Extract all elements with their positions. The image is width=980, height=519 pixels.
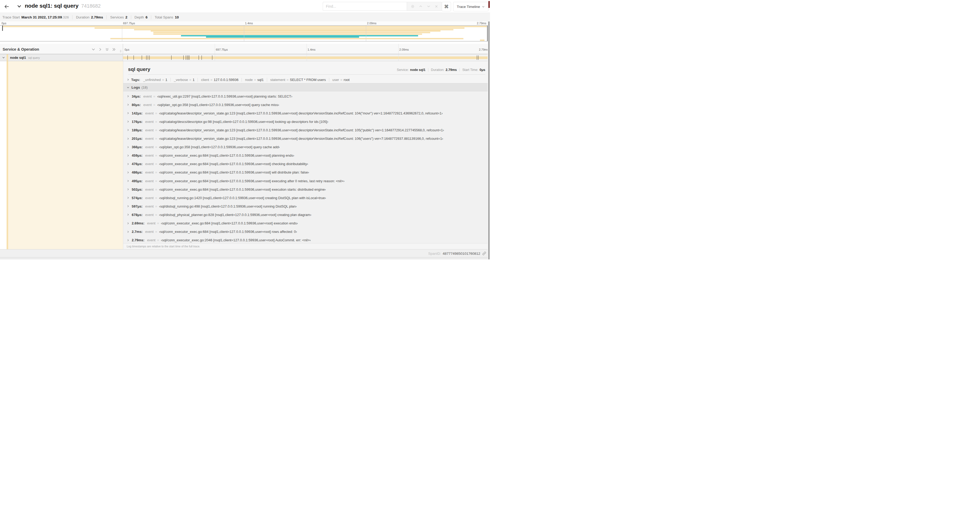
logs-footer-note: Log timestamps are relative to the start…	[127, 245, 200, 248]
grid-line	[307, 54, 307, 61]
trace-view-selector[interactable]: Trace Timeline	[453, 2, 488, 11]
chevron-down-icon[interactable]	[2, 56, 5, 59]
log-row[interactable]: 2.7ms:event=‹sql/conn_executor_exec.go:6…	[127, 229, 485, 235]
minimap-left-drag-handle[interactable]	[2, 26, 3, 31]
next-match-icon[interactable]	[427, 5, 431, 8]
log-row[interactable]: 80μs:event=‹sql/plan_opt.go:358 [nsql1,c…	[127, 102, 485, 107]
log-timestamp: 2.79ms:	[132, 238, 144, 242]
logs-label: Logs	[132, 85, 140, 89]
log-field-name: event	[145, 213, 154, 217]
detail-divider	[128, 74, 485, 75]
log-row[interactable]: 476μs:event=‹sql/conn_executor_exec.go:6…	[127, 161, 485, 167]
log-field-value: ‹sql/catalog/lease/descriptor_version_st…	[159, 111, 443, 115]
expand-all-icon[interactable]	[112, 48, 116, 51]
detail-row-highlight	[8, 61, 123, 249]
log-row[interactable]: 597μs:event=‹sql/distsql_running.go:498 …	[127, 204, 485, 209]
span-detail-panel: sql query Service:node sql1Duration:2.79…	[123, 61, 488, 249]
link-icon[interactable]	[482, 252, 486, 255]
prev-match-icon[interactable]	[419, 5, 423, 8]
vertical-scrollbar[interactable]	[488, 21, 490, 260]
logs-header[interactable]: Logs (18)	[123, 83, 488, 92]
span-row-names: node sql1 sql query	[10, 54, 40, 61]
timeline-tick-label: 697.75μs	[216, 48, 228, 51]
tag[interactable]: statement=SELECT * FROM users	[267, 78, 329, 82]
collapse-all-icon[interactable]	[105, 48, 109, 51]
span-row-name-column[interactable]: node sql1 sql query	[0, 54, 123, 61]
log-field-name: event	[145, 179, 154, 183]
log-row[interactable]: 189μs:event=‹sql/catalog/lease/descripto…	[127, 128, 485, 133]
service-operation-title: Service & Operation	[3, 47, 39, 51]
log-timestamp: 678μs:	[132, 213, 143, 217]
page-title: node sql1: sql query	[25, 3, 78, 9]
collapse-one-icon[interactable]	[91, 48, 95, 51]
log-row[interactable]: 142μs:event=‹sql/catalog/lease/descripto…	[127, 110, 485, 116]
keyboard-shortcuts-button[interactable]: ⌘	[442, 2, 451, 11]
chevron-right-icon	[127, 146, 129, 149]
locate-icon[interactable]	[411, 5, 415, 8]
tag[interactable]: _verbose=1	[170, 78, 197, 82]
grid-line	[244, 26, 244, 41]
log-field-name: event	[145, 153, 154, 157]
log-marker	[477, 55, 477, 60]
span-row-timeline[interactable]	[123, 54, 490, 61]
tag[interactable]: client=127.0.0.1:59936	[197, 78, 242, 82]
arrow-left-icon	[4, 4, 10, 10]
clear-find-icon[interactable]	[435, 5, 438, 8]
span-id-footer: SpanID: 4877749850101760812	[0, 249, 490, 257]
grid-line	[215, 44, 215, 54]
find-input[interactable]	[323, 2, 407, 11]
log-row[interactable]: 176μs:event=‹sql/catalog/descs/descripto…	[127, 119, 485, 124]
column-resize-handle[interactable]	[120, 50, 121, 53]
log-marker	[186, 55, 186, 60]
chevron-right-icon	[127, 230, 129, 233]
log-row[interactable]: 2.79ms:event=‹sql/conn_executor_exec.go:…	[127, 238, 485, 243]
log-marker	[199, 55, 199, 60]
log-marker	[127, 55, 128, 60]
detail-operation-title: sql query	[128, 67, 150, 72]
log-field-name: event	[143, 103, 152, 107]
log-row[interactable]: 495μs:event=‹sql/conn_executor_exec.go:6…	[127, 178, 485, 184]
span-row[interactable]: node sql1 sql query	[0, 54, 490, 61]
grid-line	[307, 44, 307, 54]
chevron-right-icon	[127, 120, 129, 123]
scroll-position-marker	[488, 1, 490, 8]
tag[interactable]: node=sql1	[242, 78, 267, 82]
scrollbar-thumb[interactable]	[488, 21, 490, 260]
minimap-span-bar	[206, 37, 360, 38]
top-header: node sql1: sql query 7418682 ⌘ Trace Tim…	[0, 0, 490, 13]
detail-meta-item: Duration:2.79ms	[428, 68, 457, 72]
log-row[interactable]: 486μs:event=‹sql/conn_executor_exec.go:6…	[127, 170, 485, 175]
timeline-tick-label: 2.79ms	[477, 22, 486, 25]
log-field-value: ‹sql/plan_opt.go:358 [nsql1,client=127.0…	[159, 145, 280, 149]
log-field-name: event	[145, 204, 154, 208]
chevron-right-icon	[127, 171, 129, 174]
chevron-right-icon	[127, 95, 129, 97]
log-row[interactable]: 201μs:event=‹sql/catalog/lease/descripto…	[127, 136, 485, 141]
log-row[interactable]: 459μs:event=‹sql/conn_executor_exec.go:6…	[127, 153, 485, 158]
collapse-trace-header-button[interactable]	[17, 4, 22, 9]
log-row[interactable]: 574μs:event=‹sql/distsql_running.go:1420…	[127, 195, 485, 200]
tags-list: _unfinished=1_verbose=1client=127.0.0.1:…	[143, 78, 353, 82]
back-button[interactable]	[3, 3, 10, 10]
trace-summary-item: Services2	[107, 15, 130, 19]
log-row[interactable]: 678μs:event=‹sql/distsql_physical_planne…	[127, 212, 485, 217]
log-row[interactable]: 366μs:event=‹sql/plan_opt.go:358 [nsql1,…	[127, 145, 485, 150]
find-controls	[407, 2, 442, 11]
logs-count: (18)	[142, 85, 148, 89]
log-row[interactable]: 502μs:event=‹sql/conn_executor_exec.go:6…	[127, 187, 485, 192]
minimap-canvas[interactable]	[0, 25, 488, 42]
log-row[interactable]: 2.69ms:event=‹sql/conn_executor_exec.go:…	[127, 221, 485, 226]
tag[interactable]: _unfinished=1	[143, 78, 170, 82]
log-field-value: ‹sql/plan_opt.go:358 [nsql1,client=127.0…	[157, 103, 279, 107]
chevron-right-icon	[127, 154, 129, 157]
tags-row[interactable]: Tags: _unfinished=1_verbose=1client=127.…	[127, 77, 485, 82]
log-timestamp: 2.7ms:	[132, 230, 143, 234]
log-row[interactable]: 34μs:event=‹sql/exec_util.go:2297 [nsql1…	[127, 94, 485, 99]
log-field-name: event	[145, 196, 154, 200]
chevron-right-icon	[127, 222, 129, 225]
chevron-right-icon	[127, 103, 129, 106]
tag[interactable]: user=root	[329, 78, 353, 82]
log-timestamp: 459μs:	[132, 153, 143, 157]
expand-one-icon[interactable]	[98, 48, 102, 51]
chevron-right-icon	[127, 163, 129, 165]
